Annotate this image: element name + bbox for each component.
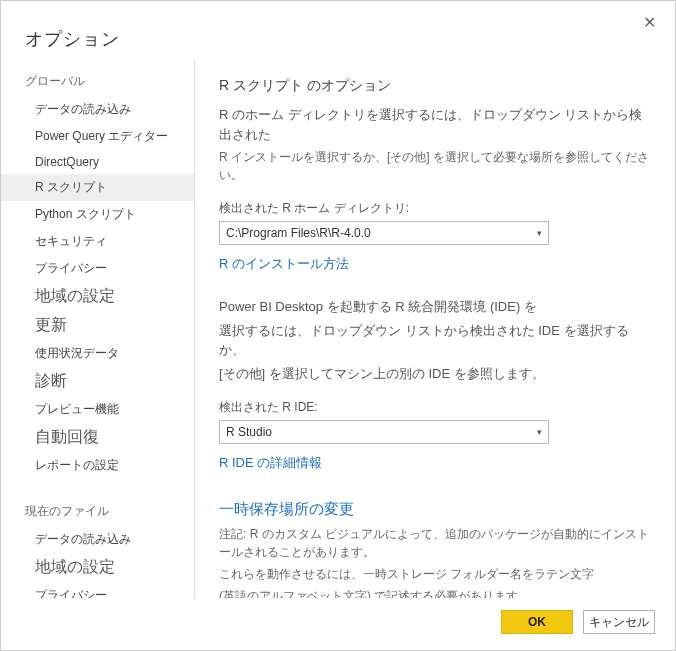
r-home-select[interactable]: C:\Program Files\R\R-4.0.0 ▾ bbox=[219, 221, 549, 245]
dialog-footer: OK キャンセル bbox=[1, 598, 675, 650]
options-dialog: オプション ✕ グローバルデータの読み込みPower Query エディターDi… bbox=[0, 0, 676, 651]
close-icon[interactable]: ✕ bbox=[639, 13, 659, 33]
sidebar-item[interactable]: Python スクリプト bbox=[1, 201, 194, 228]
sidebar-item[interactable]: データの読み込み bbox=[1, 526, 194, 553]
home-intro-line2: R インストールを選択するか、[その他] を選択して必要な場所を参照してください… bbox=[219, 148, 651, 184]
sidebar-item[interactable]: プライバシー bbox=[1, 255, 194, 282]
home-intro-line1: R のホーム ディレクトリを選択するには、ドロップダウン リストから検出された bbox=[219, 105, 651, 144]
sidebar-item[interactable]: Power Query エディター bbox=[1, 123, 194, 150]
temp-note-line2: これらを動作させるには、一時ストレージ フォルダー名をラテン文字 bbox=[219, 565, 651, 583]
sidebar-item[interactable]: R スクリプト bbox=[1, 174, 194, 201]
r-script-options-title: R スクリプト のオプション bbox=[219, 77, 651, 95]
r-ide-value: R Studio bbox=[226, 425, 272, 439]
r-home-value: C:\Program Files\R\R-4.0.0 bbox=[226, 226, 371, 240]
sidebar-item[interactable]: 地域の設定 bbox=[1, 282, 194, 311]
sidebar-item[interactable]: DirectQuery bbox=[1, 150, 194, 174]
dialog-body: グローバルデータの読み込みPower Query エディターDirectQuer… bbox=[1, 59, 675, 598]
sidebar-item[interactable]: 使用状況データ bbox=[1, 340, 194, 367]
chevron-down-icon: ▾ bbox=[537, 427, 542, 437]
sidebar-item[interactable]: レポートの設定 bbox=[1, 452, 194, 479]
r-home-label: 検出された R ホーム ディレクトリ: bbox=[219, 200, 651, 217]
sidebar-item[interactable]: 更新 bbox=[1, 311, 194, 340]
ide-intro-line1: Power BI Desktop を起動する R 統合開発環境 (IDE) を bbox=[219, 297, 651, 317]
r-ide-label: 検出された R IDE: bbox=[219, 399, 651, 416]
titlebar: オプション ✕ bbox=[1, 1, 675, 59]
chevron-down-icon: ▾ bbox=[537, 228, 542, 238]
sidebar-item[interactable]: 地域の設定 bbox=[1, 553, 194, 582]
temp-note-line3: (英語のアルファベット文字) で記述する必要があります。 bbox=[219, 587, 651, 598]
ide-intro-line2: 選択するには、ドロップダウン リストから検出された IDE を選択するか、 bbox=[219, 321, 651, 360]
r-ide-select[interactable]: R Studio ▾ bbox=[219, 420, 549, 444]
sidebar-section-header: 現在のファイル bbox=[1, 497, 194, 526]
sidebar-item[interactable]: プレビュー機能 bbox=[1, 396, 194, 423]
ide-intro-line3: [その他] を選択してマシン上の別の IDE を参照します。 bbox=[219, 364, 651, 384]
content-panel: R スクリプト のオプション R のホーム ディレクトリを選択するには、ドロップ… bbox=[195, 59, 675, 598]
sidebar-item[interactable]: データの読み込み bbox=[1, 96, 194, 123]
dialog-title: オプション bbox=[25, 27, 639, 51]
r-install-link[interactable]: R のインストール方法 bbox=[219, 255, 349, 273]
cancel-button[interactable]: キャンセル bbox=[583, 610, 655, 634]
sidebar-section-header: グローバル bbox=[1, 67, 194, 96]
sidebar-item[interactable]: プライバシー bbox=[1, 582, 194, 598]
temp-location-change-link[interactable]: 一時保存場所の変更 bbox=[219, 500, 651, 519]
temp-note-line1: 注記: R のカスタム ビジュアルによって、追加のパッケージが自動的にインストー… bbox=[219, 525, 651, 561]
r-ide-info-link[interactable]: R IDE の詳細情報 bbox=[219, 454, 322, 472]
sidebar: グローバルデータの読み込みPower Query エディターDirectQuer… bbox=[1, 59, 195, 598]
sidebar-item[interactable]: 診断 bbox=[1, 367, 194, 396]
sidebar-item[interactable]: 自動回復 bbox=[1, 423, 194, 452]
sidebar-item[interactable]: セキュリティ bbox=[1, 228, 194, 255]
ok-button[interactable]: OK bbox=[501, 610, 573, 634]
